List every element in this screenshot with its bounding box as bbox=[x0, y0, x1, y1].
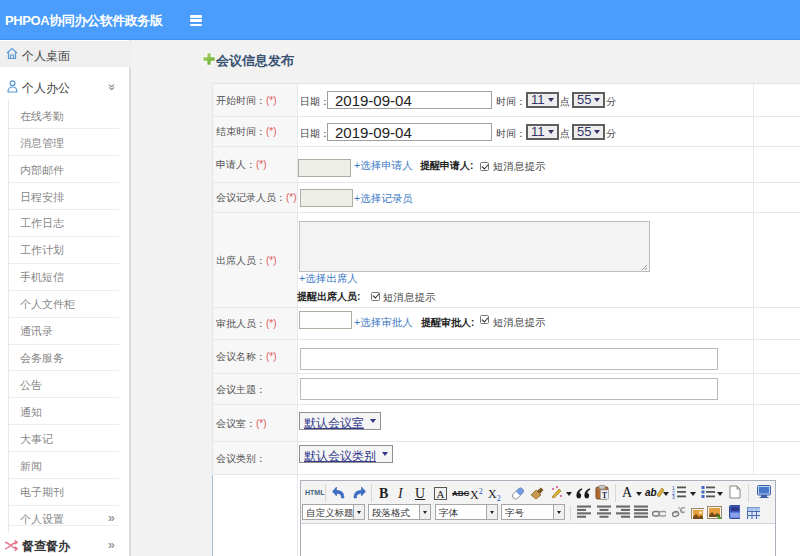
svg-text:3: 3 bbox=[672, 494, 675, 499]
svg-text:T: T bbox=[602, 491, 607, 500]
